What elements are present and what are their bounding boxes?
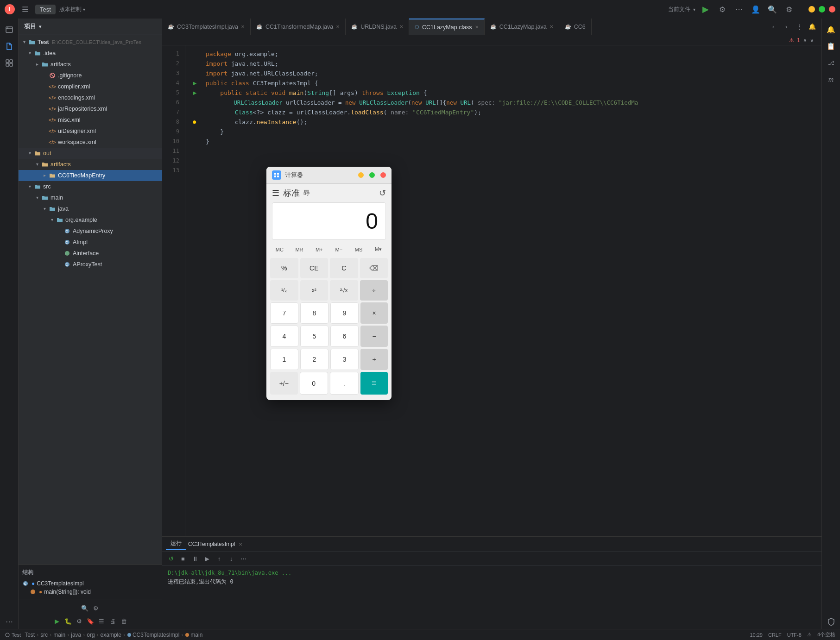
calc-c-btn[interactable]: C — [330, 258, 358, 278]
run-config-btn[interactable]: ⚙ — [74, 616, 84, 626]
tab-close-cc1transformedmap[interactable]: ✕ — [336, 24, 340, 29]
tree-item-out[interactable]: ▾ out — [19, 148, 162, 159]
tab-notifications[interactable]: 🔔 — [807, 21, 818, 32]
tree-item-orgexample[interactable]: ▾ org.example — [19, 214, 162, 226]
tab-more[interactable]: ⋮ — [794, 21, 805, 32]
current-file-label[interactable]: 当前文件 ▾ — [668, 6, 695, 13]
calc-ce-btn[interactable]: CE — [300, 258, 328, 278]
tab-cc1lazymap-class[interactable]: ⬡ CC1LazyMap.class ✕ — [409, 19, 485, 35]
calc-divide-btn[interactable]: ÷ — [360, 280, 388, 301]
right-icon-notifications[interactable]: 🔔 — [824, 22, 839, 37]
tree-item-jar-xml[interactable]: ▸ </> jarRepositories.xml — [19, 103, 162, 114]
calc-2-btn[interactable]: 2 — [300, 349, 328, 370]
tree-item-ui-xml[interactable]: ▸ </> uiDesigner.xml — [19, 125, 162, 137]
tree-item-compiler-xml[interactable]: ▸ </> compiler.xml — [19, 81, 162, 92]
profile-button[interactable]: 👤 — [749, 3, 762, 16]
status-indent[interactable]: 4个空格 — [817, 631, 835, 638]
calc-history-button[interactable]: ↺ — [379, 188, 386, 198]
more-actions-button[interactable]: ⋯ — [733, 3, 745, 16]
calc-3-btn[interactable]: 3 — [330, 349, 359, 370]
sidebar-icon-files[interactable] — [2, 39, 17, 54]
bottom-tab-file[interactable]: CC3TemplatesImpl ✕ — [188, 541, 242, 547]
tree-item-java[interactable]: ▾ java — [19, 203, 162, 214]
rerun-button[interactable]: ↺ — [166, 553, 176, 564]
calc-ms-btn[interactable]: MS — [349, 244, 368, 255]
calc-7-btn[interactable]: 7 — [270, 302, 298, 324]
calc-1-btn[interactable]: 1 — [270, 349, 298, 370]
calc-percent-btn[interactable]: % — [270, 258, 298, 278]
tree-item-gitignore[interactable]: ▸ .gitignore — [19, 70, 162, 81]
calc-mr-btn[interactable]: MR — [290, 244, 309, 255]
forward-button[interactable]: ▶ — [202, 553, 212, 564]
maximize-button[interactable] — [819, 6, 825, 13]
run-btn[interactable]: ▶ — [52, 616, 62, 626]
calc-backspace-btn[interactable]: ⌫ — [360, 258, 388, 278]
calc-0-btn[interactable]: 0 — [300, 372, 328, 395]
run-button[interactable]: ▶ — [699, 3, 712, 16]
structure-item-method[interactable]: ● main(String[]): void — [22, 588, 158, 596]
tree-item-ainterface[interactable]: ▸ I Ainterface — [19, 248, 162, 259]
calc-subtract-btn[interactable]: − — [360, 326, 388, 347]
calc-multiply-btn[interactable]: × — [360, 302, 388, 324]
run-gutter-7[interactable]: ▶ — [193, 88, 196, 98]
calc-mv-btn[interactable]: M▾ — [369, 244, 388, 255]
calc-mminus-btn[interactable]: M− — [329, 244, 348, 255]
tree-item-adynamicproxy[interactable]: ▸ C AdynamicProxy — [19, 226, 162, 237]
search-btn[interactable]: 🔍 — [80, 603, 90, 613]
bottom-tab-close[interactable]: ✕ — [239, 542, 242, 547]
tab-cc1lazymap-java[interactable]: ☕ CC1LazyMap.java ✕ — [485, 19, 559, 35]
tab-scroll-right[interactable]: › — [781, 21, 792, 32]
tab-cc6[interactable]: ☕ CC6 — [559, 19, 592, 35]
tree-item-src[interactable]: ▾ src — [19, 181, 162, 192]
calc-9-btn[interactable]: 9 — [330, 302, 359, 324]
tree-item-encodings-xml[interactable]: ▸ </> encodings.xml — [19, 92, 162, 103]
calc-4-btn[interactable]: 4 — [270, 326, 298, 347]
tree-item-workspace-xml[interactable]: ▸ </> workspace.xml — [19, 137, 162, 148]
bottom-tab-run[interactable]: 运行 — [166, 538, 186, 550]
delete-btn[interactable]: 🗑 — [119, 616, 129, 626]
status-charset[interactable]: UTF-8 — [787, 632, 802, 638]
search-button[interactable]: 🔍 — [766, 3, 779, 16]
tree-item-cc6tiedmap[interactable]: ▸ CC6TiedMapEntry — [19, 170, 162, 181]
status-crlf[interactable]: CRLF — [768, 632, 782, 638]
tree-item-idea[interactable]: ▾ .idea — [19, 48, 162, 59]
tree-item-main[interactable]: ▾ main — [19, 192, 162, 203]
down-button[interactable]: ↓ — [226, 553, 236, 564]
calc-minimize[interactable] — [358, 172, 364, 178]
structure-item-class[interactable]: C ● CC3TemplatesImpl — [22, 579, 158, 588]
calc-add-btn[interactable]: + — [360, 349, 388, 370]
tab-cc1transformedmap[interactable]: ☕ CC1TransformedMap.java ✕ — [251, 19, 346, 35]
more-button[interactable]: ⋯ — [238, 553, 248, 564]
stop-button[interactable]: ■ — [178, 553, 188, 564]
calc-6-btn[interactable]: 6 — [330, 326, 359, 347]
debug-btn[interactable]: 🐛 — [63, 616, 73, 626]
run-gutter-6[interactable]: ▶ — [193, 78, 196, 88]
settings-button[interactable]: ⚙ — [783, 3, 796, 16]
sidebar-icon-more[interactable]: ⋯ — [2, 614, 17, 629]
tree-item-misc-xml[interactable]: ▸ </> misc.xml — [19, 114, 162, 125]
close-button[interactable] — [829, 6, 835, 13]
calc-maximize[interactable] — [369, 172, 375, 178]
calc-8-btn[interactable]: 8 — [300, 302, 328, 324]
tree-item-root[interactable]: ▾ Test E:\CODE_COLLECT\Idea_java_ProTes — [19, 37, 162, 48]
calc-equals-btn[interactable]: = — [360, 372, 388, 395]
minimize-button[interactable] — [808, 6, 815, 13]
tab-close-cc1lazymap-java[interactable]: ✕ — [549, 24, 553, 29]
project-name[interactable]: Test — [35, 5, 56, 14]
calc-mplus-btn[interactable]: M+ — [309, 244, 328, 255]
menu-button[interactable]: ☰ — [19, 3, 32, 16]
layout-btn[interactable]: ☰ — [96, 616, 107, 626]
tree-item-aimpl[interactable]: ▸ C AImpl — [19, 237, 162, 248]
sidebar-icon-project[interactable] — [2, 22, 17, 37]
tree-item-aproxytest[interactable]: ▸ C AProxyTest — [19, 259, 162, 270]
tab-close-cc3templates[interactable]: ✕ — [241, 24, 245, 29]
debug-button[interactable]: ⚙ — [716, 3, 729, 16]
tree-item-out-artifacts[interactable]: ▾ artifacts — [19, 159, 162, 170]
print-btn[interactable]: 🖨 — [107, 616, 118, 626]
calc-sqrt-btn[interactable]: ²√x — [330, 280, 358, 301]
tab-close-cc1lazymap-class[interactable]: ✕ — [475, 25, 479, 30]
tab-close-urldns[interactable]: ✕ — [399, 24, 403, 29]
pause-button[interactable]: ⏸ — [190, 553, 200, 564]
right-icon-m[interactable]: m — [824, 72, 839, 87]
tab-urldns[interactable]: ☕ URLDNS.java ✕ — [346, 19, 409, 35]
